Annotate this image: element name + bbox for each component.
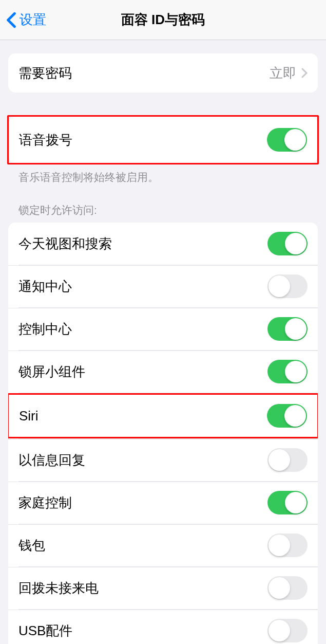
locked-access-row[interactable]: 通知中心 bbox=[8, 265, 318, 307]
toggle-knob bbox=[284, 405, 306, 427]
locked-access-row[interactable]: USB配件 bbox=[8, 610, 318, 644]
locked-access-item-label: 回拨未接来电 bbox=[18, 579, 99, 597]
chevron-right-icon bbox=[301, 68, 308, 78]
locked-access-toggle[interactable] bbox=[267, 232, 308, 255]
voice-dial-row[interactable]: 语音拨号 bbox=[9, 117, 317, 163]
back-button[interactable]: 设置 bbox=[0, 11, 46, 29]
require-passcode-label: 需要密码 bbox=[18, 64, 72, 82]
locked-access-toggle[interactable] bbox=[267, 404, 307, 428]
toggle-knob bbox=[284, 129, 306, 151]
page-title: 面容 ID与密码 bbox=[0, 11, 326, 29]
locked-access-toggle[interactable] bbox=[267, 360, 308, 383]
toggle-knob bbox=[269, 577, 290, 599]
siri-highlight: Siri bbox=[8, 393, 318, 438]
locked-access-row[interactable]: Siri bbox=[9, 395, 317, 437]
locked-access-toggle[interactable] bbox=[267, 317, 308, 341]
toggle-knob bbox=[285, 361, 306, 382]
back-label: 设置 bbox=[20, 11, 46, 29]
locked-access-item-label: 今天视图和搜索 bbox=[18, 235, 112, 253]
locked-access-row[interactable]: 控制中心 bbox=[8, 308, 318, 350]
locked-access-item-label: 家庭控制 bbox=[18, 494, 72, 512]
locked-access-row[interactable]: 锁屏小组件 bbox=[8, 351, 318, 393]
locked-access-row[interactable]: 以信息回复 bbox=[8, 439, 318, 481]
locked-access-item-label: 钱包 bbox=[18, 537, 45, 555]
voice-dial-label: 语音拨号 bbox=[19, 131, 72, 149]
locked-access-row[interactable]: 家庭控制 bbox=[8, 482, 318, 524]
locked-access-item-label: USB配件 bbox=[18, 622, 72, 640]
voice-dial-highlight: 语音拨号 bbox=[7, 115, 319, 164]
toggle-knob bbox=[269, 275, 290, 297]
locked-access-item-label: 锁屏小组件 bbox=[18, 363, 85, 381]
locked-access-item-label: 控制中心 bbox=[18, 320, 72, 338]
toggle-knob bbox=[269, 535, 290, 556]
locked-access-item-label: Siri bbox=[19, 408, 39, 424]
locked-access-toggle[interactable] bbox=[267, 533, 308, 557]
navbar: 设置 面容 ID与密码 bbox=[0, 0, 326, 40]
locked-access-row[interactable]: 回拨未接来电 bbox=[8, 567, 318, 609]
require-passcode-row[interactable]: 需要密码 立即 bbox=[8, 53, 318, 93]
locked-access-toggle[interactable] bbox=[267, 491, 308, 514]
locked-access-toggle[interactable] bbox=[267, 619, 308, 642]
locked-access-toggle[interactable] bbox=[267, 448, 308, 472]
locked-access-toggle[interactable] bbox=[267, 576, 308, 600]
locked-access-row[interactable]: 今天视图和搜索 bbox=[8, 223, 318, 265]
require-passcode-value: 立即 bbox=[270, 64, 296, 82]
locked-access-group: 今天视图和搜索通知中心控制中心锁屏小组件Siri以信息回复家庭控制钱包回拨未接来… bbox=[8, 223, 318, 644]
locked-access-row[interactable]: 钱包 bbox=[8, 524, 318, 566]
toggle-knob bbox=[285, 318, 306, 340]
locked-access-item-label: 通知中心 bbox=[18, 278, 72, 296]
locked-access-header: 锁定时允许访问: bbox=[8, 203, 318, 223]
locked-access-toggle[interactable] bbox=[267, 274, 308, 298]
toggle-knob bbox=[285, 492, 306, 513]
row-right: 立即 bbox=[270, 64, 308, 82]
locked-access-item-label: 以信息回复 bbox=[18, 451, 85, 469]
content: 需要密码 立即 语音拨号 音乐语音控制将始终被启用。 锁定时允许访问: bbox=[0, 53, 326, 644]
voice-dial-footer: 音乐语音控制将始终被启用。 bbox=[8, 164, 318, 185]
chevron-left-icon bbox=[6, 12, 16, 28]
require-passcode-section: 需要密码 立即 bbox=[8, 53, 318, 93]
toggle-knob bbox=[285, 233, 306, 254]
locked-access-section: 锁定时允许访问: 今天视图和搜索通知中心控制中心锁屏小组件Siri以信息回复家庭… bbox=[8, 203, 318, 644]
toggle-knob bbox=[269, 620, 290, 641]
voice-dial-toggle[interactable] bbox=[267, 128, 307, 152]
toggle-knob bbox=[269, 449, 290, 471]
